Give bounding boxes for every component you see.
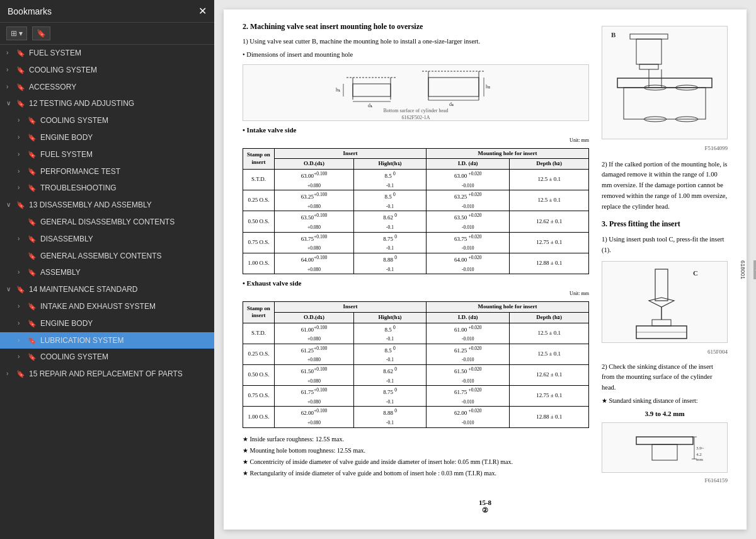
diagram1-ref: 6162F502-1A — [402, 115, 430, 120]
sidebar-item-15-repair[interactable]: ›🔖15 REPAIR AND REPLACEMENT OF PARTS — [0, 366, 214, 383]
bookmark-icon: 🔖 — [28, 235, 37, 244]
chevron-icon: › — [6, 369, 14, 378]
bookmark-add-button[interactable]: 🔖 — [32, 26, 50, 40]
page-footer: 15-8 ② — [243, 499, 728, 514]
chevron-icon: › — [18, 133, 25, 142]
sidebar-item-cooling-system-3[interactable]: ›🔖COOLING SYSTEM — [0, 349, 214, 366]
svg-rect-35 — [636, 437, 693, 444]
sidebar-item-general-assembly[interactable]: 🔖GENERAL ASSEMBLY CONTENTS — [0, 248, 214, 265]
svg-marker-30 — [649, 298, 674, 307]
exhaust-label: • Exhaust valve side — [243, 279, 589, 287]
bookmark-icon: 🔖 — [28, 352, 37, 362]
sidebar-item-accessory[interactable]: ›🔖ACCESSORY — [0, 79, 214, 96]
exhaust-table: Stamp on insert Insert Mounting hole for… — [243, 301, 589, 428]
sidebar-item-12-testing[interactable]: ∨🔖12 TESTING AND ADJUSTING — [0, 95, 214, 112]
sidebar-item-label: FUEL SYSTEM — [40, 149, 209, 160]
chevron-icon: › — [18, 268, 25, 277]
svg-text:B: B — [611, 31, 616, 38]
sinking-diagram: 3.9~ 4.2 mm — [602, 422, 728, 473]
note-2: Mounting hole bottom roughness: 12.5S ma… — [243, 446, 589, 456]
figure2-ref: 615F004 — [602, 348, 728, 357]
sidebar-title: Bookmarks — [8, 6, 52, 16]
sidebar-item-label: DISASSEMBLY — [40, 234, 209, 245]
sidebar-item-general-disassembly[interactable]: 🔖GENERAL DISASSEMBLY CONTENTS — [0, 214, 214, 231]
note-1: Inside surface roughness: 12.5S max. — [243, 434, 589, 444]
svg-text:d₁: d₁ — [368, 103, 372, 108]
sidebar-item-engine-body-1[interactable]: ›🔖ENGINE BODY — [0, 129, 214, 146]
sidebar-item-intake-exhaust[interactable]: ›🔖INTAKE AND EXHAUST SYSTEM — [0, 298, 214, 315]
svg-text:mm: mm — [696, 457, 703, 462]
notes-section: Inside surface roughness: 12.5S max. Mou… — [243, 434, 589, 478]
chevron-icon: › — [18, 319, 25, 328]
section3-value: 3.9 to 4.2 mm — [602, 409, 728, 419]
svg-text:d₂: d₂ — [449, 101, 454, 107]
bookmark-icon: 🔖 — [28, 167, 37, 177]
bookmark-icon: 🔖 — [16, 83, 25, 92]
sidebar-header: Bookmarks ✕ — [0, 0, 214, 23]
chevron-icon: › — [6, 83, 14, 91]
bookmark-icon: 🔖 — [28, 217, 37, 227]
bookmark-icon: 🔖 — [16, 285, 25, 294]
sidebar-item-cooling-system-1[interactable]: ›🔖COOLING SYSTEM — [0, 62, 214, 79]
unit-mm-1: Unit: mm — [243, 137, 589, 143]
sidebar-collapse-handle[interactable]: ◀ — [753, 260, 756, 279]
svg-text:3.9~: 3.9~ — [696, 446, 704, 451]
bookmark-icon: 🔖 — [16, 49, 25, 58]
right-column: B — [602, 22, 728, 489]
sidebar-item-lubrication[interactable]: ›🔖LUBRICATION SYSTEM — [0, 332, 214, 349]
chevron-icon: › — [18, 235, 25, 243]
bookmark-icon: 🔖 — [28, 252, 37, 261]
document-page[interactable]: 2. Machining valve seat insert mounting … — [224, 9, 747, 530]
section-2: 2. Machining valve seat insert mounting … — [243, 22, 589, 478]
sidebar-item-label: COOLING SYSTEM — [40, 115, 209, 126]
page-circle: ② — [482, 506, 488, 514]
sidebar-item-assembly[interactable]: ›🔖ASSEMBLY — [0, 264, 214, 281]
chevron-icon: › — [18, 352, 25, 361]
section3-step2: 2) Check the sinking distance of the ins… — [602, 362, 728, 393]
svg-rect-17 — [630, 34, 668, 39]
chevron-icon: ∨ — [6, 99, 14, 108]
diagram1-label: Bottom surface of cylinder head — [383, 108, 448, 113]
sidebar-item-label: FUEL SYSTEM — [29, 48, 209, 59]
sidebar-item-fuel-system-1[interactable]: ›🔖FUEL SYSTEM — [0, 45, 214, 62]
svg-text:4.2: 4.2 — [696, 452, 702, 457]
sidebar-item-troubleshooting[interactable]: ›🔖TROUBLESHOOTING — [0, 180, 214, 197]
sidebar-item-fuel-system-2[interactable]: ›🔖FUEL SYSTEM — [0, 146, 214, 163]
figure3-ref: F6164159 — [602, 477, 728, 485]
bookmark-icon: 🔖 — [28, 133, 37, 142]
svg-rect-18 — [636, 39, 662, 64]
sidebar-item-label: ENGINE BODY — [40, 132, 209, 143]
sidebar-item-label: GENERAL ASSEMBLY CONTENTS — [40, 251, 209, 262]
sidebar-item-label: ACCESSORY — [29, 82, 209, 93]
view-toggle-button[interactable]: ⊞ ▾ — [6, 26, 27, 40]
bookmark-icon: 🔖 — [28, 268, 37, 277]
bookmark-icon: 🔖 — [37, 29, 46, 38]
intake-table: Stamp on insert Insert Mounting hole for… — [243, 148, 589, 275]
dropdown-arrow-icon: ▾ — [19, 29, 23, 38]
chevron-icon: ∨ — [6, 200, 14, 209]
bookmark-icon: 🔖 — [28, 150, 37, 159]
sidebar-item-label: 15 REPAIR AND REPLACEMENT OF PARTS — [29, 369, 209, 380]
sidebar-item-label: COOLING SYSTEM — [40, 352, 209, 362]
sidebar-item-performance-test[interactable]: ›🔖PERFORMANCE TEST — [0, 163, 214, 180]
page-number: 15-8 — [479, 499, 491, 506]
svg-rect-19 — [639, 64, 658, 69]
chevron-icon: › — [18, 167, 25, 176]
figure1-ref: F5164099 — [602, 144, 728, 153]
note-3: Concentricity of inside diameter of valv… — [243, 457, 589, 467]
sidebar-item-label: COOLING SYSTEM — [29, 65, 209, 76]
sidebar-item-disassembly[interactable]: ›🔖DISASSEMBLY — [0, 231, 214, 248]
valve-cutter-diagram: B — [602, 26, 728, 139]
grid-icon: ⊞ — [11, 29, 17, 38]
sidebar-item-label: PERFORMANCE TEST — [40, 166, 209, 177]
valve-seat-diagram: h₁ d₁ h₂ — [243, 64, 589, 121]
sidebar-item-13-disassembly[interactable]: ∨🔖13 DISASSEMBLY AND ASSEMBLY — [0, 197, 214, 214]
sidebar-item-14-maintenance[interactable]: ∨🔖14 MAINTENANCE STANDARD — [0, 281, 214, 298]
bookmark-icon: 🔖 — [28, 116, 37, 125]
sinking-svg: 3.9~ 4.2 mm — [624, 424, 706, 472]
svg-rect-21 — [624, 88, 706, 119]
close-button[interactable]: ✕ — [198, 5, 207, 17]
bookmark-icon: 🔖 — [28, 336, 37, 345]
sidebar-item-cooling-system-2[interactable]: ›🔖COOLING SYSTEM — [0, 112, 214, 129]
sidebar-item-engine-body-2[interactable]: ›🔖ENGINE BODY — [0, 315, 214, 332]
